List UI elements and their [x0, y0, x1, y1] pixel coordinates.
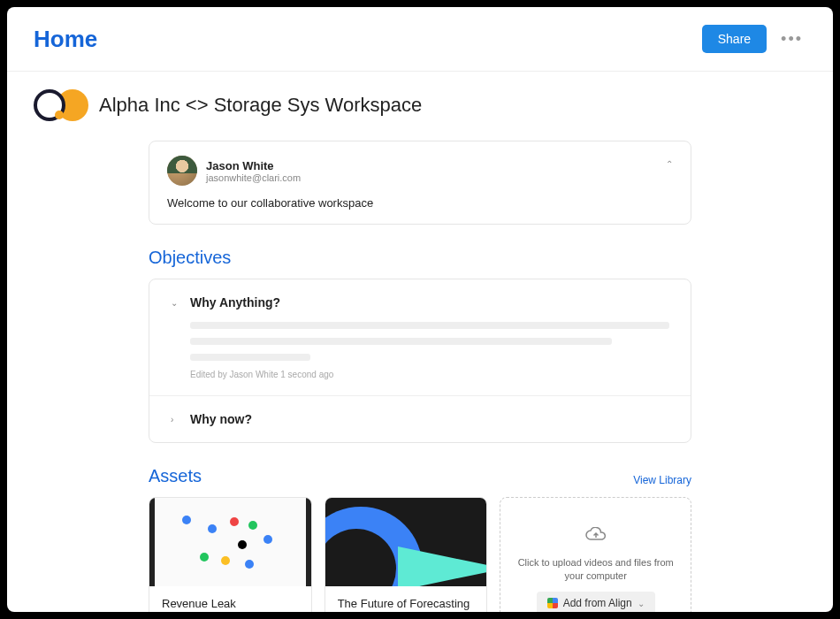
align-button-label: Add from Align [563, 597, 632, 609]
add-from-align-button[interactable]: Add from Align ⌄ [537, 592, 655, 612]
objectives-title: Objectives [149, 248, 231, 268]
welcome-email: jasonwhite@clari.com [206, 172, 301, 183]
upload-hint: Click to upload videos and files from yo… [515, 556, 676, 584]
asset-card-forecasting[interactable]: The Future of Forecasting [325, 497, 488, 612]
objective-toggle[interactable]: › Why now? [171, 412, 669, 426]
objective-placeholder [190, 322, 669, 361]
asset-card-revenue[interactable]: Revenue Leak Assessment [149, 497, 312, 612]
objective-title: Why Anything? [190, 295, 280, 310]
welcome-name: Jason White [206, 159, 301, 172]
logo-alpha-icon [34, 89, 65, 121]
workspace-logos [34, 89, 88, 121]
workspace-title: Alpha Inc <> Storage Sys Workspace [99, 94, 422, 117]
welcome-header: Jason White jasonwhite@clari.com [167, 156, 673, 186]
topbar-actions: Share ••• [702, 25, 806, 53]
objectives-card: ⌄ Why Anything? Edited by Jason White 1 … [149, 279, 691, 443]
chevron-down-icon: ⌄ [171, 298, 181, 308]
home-title[interactable]: Home [34, 26, 97, 53]
objective-toggle[interactable]: ⌄ Why Anything? [171, 295, 669, 310]
align-icon [547, 598, 558, 608]
cloud-upload-icon [585, 527, 607, 547]
view-library-link[interactable]: View Library [633, 474, 691, 486]
upload-card[interactable]: Click to upload videos and files from yo… [500, 497, 691, 612]
more-icon[interactable]: ••• [777, 27, 806, 52]
topbar: Home Share ••• [7, 7, 833, 72]
share-button[interactable]: Share [702, 25, 767, 53]
welcome-message: Welcome to our collaborative workspace [167, 196, 673, 210]
asset-thumbnail [325, 498, 487, 586]
workspace-header: Alpha Inc <> Storage Sys Workspace [7, 72, 833, 130]
assets-title: Assets [149, 466, 202, 486]
asset-title: The Future of Forecasting [338, 597, 475, 610]
chevron-down-icon: ⌄ [638, 599, 645, 608]
asset-thumbnail [149, 498, 311, 586]
objective-edit-meta: Edited by Jason White 1 second ago [190, 370, 669, 379]
welcome-card: Jason White jasonwhite@clari.com ⌃ Welco… [149, 141, 691, 225]
asset-title: Revenue Leak Assessment [162, 597, 299, 612]
avatar [167, 156, 197, 186]
objective-item-why-now: › Why now? [149, 395, 691, 442]
main-content: Jason White jasonwhite@clari.com ⌃ Welco… [7, 141, 833, 612]
objective-item-why-anything: ⌄ Why Anything? Edited by Jason White 1 … [149, 279, 691, 395]
assets-grid: Revenue Leak Assessment The Future of Fo… [149, 497, 691, 612]
chevron-up-icon[interactable]: ⌃ [666, 159, 673, 169]
chevron-right-icon: › [171, 415, 181, 424]
objective-title: Why now? [190, 412, 252, 426]
